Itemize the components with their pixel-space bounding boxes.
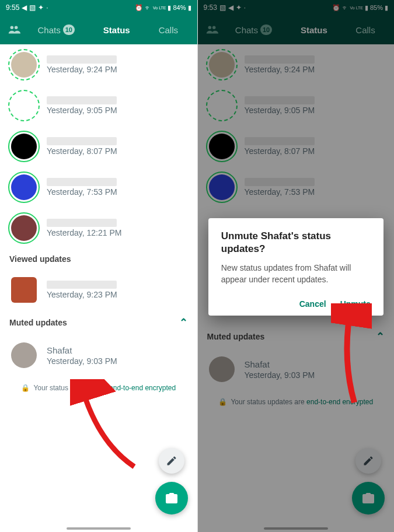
recent-updates-list[interactable]: Yesterday, 9:24 PMYesterday, 9:05 PMYest… bbox=[0, 44, 197, 249]
telegram-icon: ◀ bbox=[22, 4, 27, 12]
contact-name: Shafat bbox=[47, 345, 189, 355]
contact-name-redacted bbox=[47, 178, 117, 186]
status-time-label: Yesterday, 9:05 PM bbox=[47, 106, 189, 115]
status-item-muted[interactable]: Shafat Yesterday, 9:03 PM bbox=[0, 335, 197, 376]
status-item[interactable]: Yesterday, 9:05 PM bbox=[0, 85, 197, 126]
svg-point-0 bbox=[11, 26, 13, 30]
tab-chats[interactable]: Chats 10 bbox=[34, 24, 78, 35]
muted-updates-header[interactable]: Muted updates ⌃ bbox=[0, 310, 197, 335]
tab-status[interactable]: Status bbox=[100, 25, 134, 35]
viewed-updates-header: Viewed updates bbox=[0, 249, 197, 270]
battery-icon: ▮ bbox=[188, 4, 191, 12]
status-time-label: Yesterday, 12:21 PM bbox=[47, 228, 189, 237]
cancel-button[interactable]: Cancel bbox=[299, 299, 326, 309]
status-avatar[interactable] bbox=[8, 90, 40, 121]
status-time-label: Yesterday, 8:07 PM bbox=[47, 146, 189, 156]
screenshot-left: 9:55 ◀ ▧ ✦ · ⏰ ᯤ Vo LTE ▮ 84% ▮ Chats 10… bbox=[0, 0, 197, 532]
contact-name-redacted bbox=[47, 137, 117, 145]
status-avatar[interactable] bbox=[8, 212, 40, 244]
wifi-icon: ᯤ bbox=[145, 4, 151, 11]
status-avatar[interactable] bbox=[8, 131, 40, 162]
status-time-label: Yesterday, 9:24 PM bbox=[47, 65, 189, 74]
status-time: 9:55 bbox=[6, 4, 19, 12]
status-time-label: Yesterday, 7:53 PM bbox=[47, 187, 189, 197]
status-item[interactable]: Yesterday, 8:07 PM bbox=[0, 126, 197, 167]
chats-unread-badge: 10 bbox=[63, 24, 75, 35]
status-avatar[interactable] bbox=[8, 274, 40, 306]
status-avatar[interactable] bbox=[8, 340, 40, 371]
fab-group bbox=[155, 448, 188, 514]
image-icon: ▧ bbox=[29, 4, 36, 12]
contact-name-redacted bbox=[47, 55, 117, 64]
unmute-dialog: Unmute Shafat's status updates? New stat… bbox=[208, 218, 383, 316]
status-time-label: Yesterday, 9:23 PM bbox=[47, 290, 189, 299]
dialog-body: New status updates from Shafat will appe… bbox=[221, 262, 371, 285]
slack-icon: ✦ bbox=[38, 4, 44, 12]
status-time-label: Yesterday, 9:03 PM bbox=[47, 356, 189, 366]
alarm-icon: ⏰ bbox=[135, 4, 143, 12]
contact-name-redacted bbox=[47, 281, 117, 289]
status-avatar[interactable] bbox=[8, 172, 40, 203]
encryption-notice[interactable]: 🔒 Your status updates are end-to-end enc… bbox=[0, 376, 197, 400]
nav-pill bbox=[67, 527, 131, 530]
status-avatar[interactable] bbox=[8, 49, 40, 80]
screenshot-right: 9:53 ▧ ◀ ✦ · ⏰ ᯤ Vo LTE ▮ 85% ▮ Chats 10… bbox=[197, 0, 395, 532]
android-status-bar: 9:55 ◀ ▧ ✦ · ⏰ ᯤ Vo LTE ▮ 84% ▮ bbox=[0, 0, 197, 15]
chevron-up-icon[interactable]: ⌃ bbox=[179, 316, 188, 329]
dialog-title: Unmute Shafat's status updates? bbox=[221, 230, 371, 256]
lte-indicator: Vo LTE bbox=[153, 6, 166, 10]
contact-name-redacted bbox=[47, 96, 117, 104]
text-status-fab[interactable] bbox=[159, 448, 184, 474]
lock-icon: 🔒 bbox=[21, 384, 30, 392]
signal-icon: ▮ bbox=[168, 4, 171, 12]
svg-point-1 bbox=[15, 26, 18, 30]
communities-icon[interactable] bbox=[5, 23, 23, 36]
tab-calls[interactable]: Calls bbox=[155, 25, 182, 35]
camera-fab[interactable] bbox=[155, 482, 188, 514]
status-item[interactable]: Yesterday, 7:53 PM bbox=[0, 167, 197, 208]
status-item[interactable]: Yesterday, 12:21 PM bbox=[0, 208, 197, 249]
battery-text: 84% bbox=[173, 4, 186, 11]
status-item[interactable]: Yesterday, 9:24 PM bbox=[0, 44, 197, 85]
unmute-button[interactable]: Unmute bbox=[340, 299, 371, 309]
contact-name-redacted bbox=[47, 219, 117, 227]
status-item-viewed[interactable]: Yesterday, 9:23 PM bbox=[0, 270, 197, 310]
top-tab-bar: Chats 10 Status Calls bbox=[0, 15, 197, 44]
